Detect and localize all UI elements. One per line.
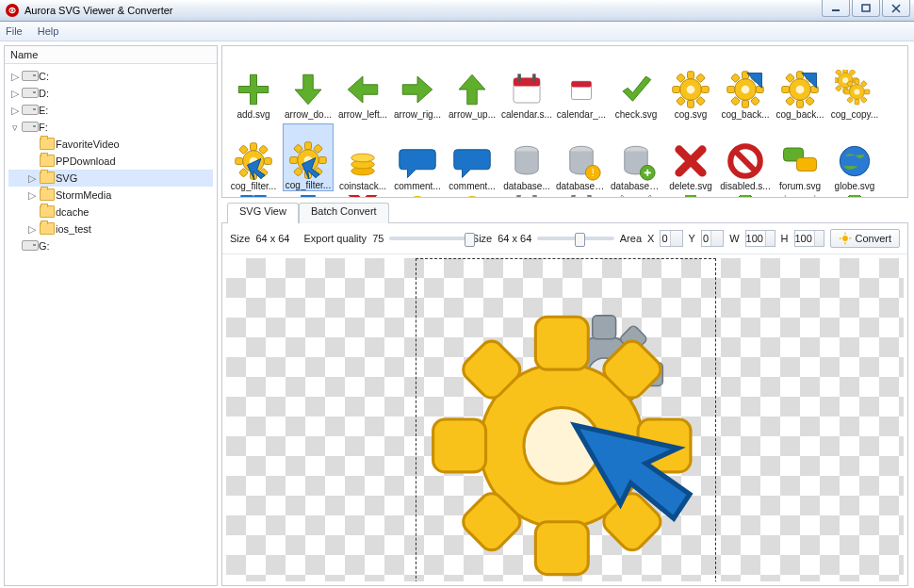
folder-icon (39, 222, 56, 237)
tree-node-favoritevideo[interactable]: FavoriteVideo (8, 136, 213, 153)
tree-expander[interactable]: ▷ (25, 189, 39, 202)
w-input[interactable]: 100 (745, 230, 775, 247)
thumbnail-image[interactable] (775, 195, 825, 198)
database-add-icon (616, 141, 656, 181)
tree-node-c-[interactable]: ▷C: (8, 68, 213, 85)
tree-node-f-[interactable]: ▿F: (8, 119, 213, 136)
thumbnail-label: check.svg (611, 109, 661, 120)
thumbnail-arrow-down-green[interactable]: arrow_do... (283, 52, 334, 120)
thumbnail-calendar-mini[interactable]: calendar_... (556, 52, 607, 120)
thumbnail-people-blue[interactable] (228, 195, 279, 198)
thumbnail-sun-yellow[interactable] (447, 195, 498, 198)
size-slider[interactable] (537, 237, 613, 240)
tree-node-ios_test[interactable]: ▷ios_test (8, 220, 213, 237)
sun-yellow-icon (452, 195, 492, 198)
window-title: Aurora SVG Viewer & Converter (24, 5, 173, 16)
thumbnail-delete-red[interactable]: delete.svg (665, 123, 716, 191)
tree-node-label: SVG (56, 172, 77, 184)
thumbnail-cog-back-blue[interactable]: cog_back... (720, 52, 771, 120)
thumbnail-forum[interactable]: forum.svg (775, 123, 825, 191)
svg-rect-63 (236, 158, 243, 165)
thumbnail-database[interactable]: database... (501, 123, 552, 191)
svg-rect-108 (849, 237, 851, 238)
tab-batch-convert[interactable]: Batch Convert (299, 203, 389, 223)
menu-file[interactable]: File (6, 25, 23, 37)
thumbnail-cog-back-blue2[interactable]: cog_back... (775, 52, 825, 120)
thumbnail-calendar[interactable]: calendar.s... (501, 52, 552, 120)
size2-value: 64 x 64 (498, 233, 531, 244)
thumbnail-label: cog_back... (775, 109, 825, 120)
thumbnail-ban-red[interactable]: disabled.s... (720, 123, 771, 191)
tree-expander[interactable]: ▷ (8, 71, 22, 83)
thumbnail-label: cog_back... (720, 109, 771, 120)
tree-node-svg[interactable]: ▷SVG (8, 170, 213, 187)
thumbnail-comment-blue[interactable]: comment... (392, 123, 443, 191)
h-input[interactable]: 100 (794, 230, 824, 247)
tree-expander[interactable]: ▷ (8, 88, 22, 100)
ban-red-icon (726, 141, 765, 181)
tree-expander[interactable]: ▷ (25, 172, 39, 185)
thumbnail-cog-yellow[interactable]: cog.svg (665, 52, 716, 120)
tab-svg-view[interactable]: SVG View (227, 203, 299, 223)
thumbnail-lock-grey[interactable] (501, 195, 552, 198)
sidebar-column-header[interactable]: Name (5, 46, 217, 64)
svg-rect-21 (743, 72, 749, 79)
tree-node-ppdownload[interactable]: PPDownload (8, 153, 213, 170)
folder-icon (39, 155, 56, 169)
thumbnail-arrow-right-green[interactable]: arrow_rig... (392, 52, 443, 120)
svg-rect-33 (782, 87, 790, 93)
svg-rect-73 (290, 157, 298, 164)
tree-node-g-[interactable]: G: (8, 237, 213, 254)
thumbnail-arrow-up-green[interactable]: arrow_up... (447, 52, 498, 120)
thumbnail-label: arrow_do... (283, 109, 334, 120)
tree-node-label: StormMedia (56, 189, 111, 201)
svg-rect-22 (743, 100, 749, 107)
thumbnail-arrow-left-green[interactable]: arrow_left... (337, 52, 388, 120)
thumbnail-sun-yellow[interactable] (392, 195, 443, 198)
x-input[interactable]: 0 (660, 230, 682, 247)
thumbnail-globe[interactable]: globe.svg (829, 123, 880, 191)
thumbnail-cog-filter2[interactable]: cog_filter... (283, 123, 334, 191)
thumbnail-lock-grey[interactable] (556, 195, 607, 198)
thumbnail-x-red[interactable] (337, 195, 388, 198)
thumbnail-mail[interactable] (611, 195, 661, 198)
thumbnail-database-warn[interactable]: !database_... (556, 123, 607, 191)
thumbnail-label: globe.svg (829, 181, 880, 191)
tree-expander[interactable]: ▷ (25, 223, 39, 236)
thumbnail-database-add[interactable]: database_... (611, 123, 661, 191)
svg-rect-92 (797, 158, 817, 172)
thumbnail-plus-green[interactable]: add.svg (228, 52, 279, 120)
thumbnail-person-blue[interactable] (283, 195, 334, 198)
maximize-button[interactable] (852, 0, 880, 17)
thumbnail-pane[interactable]: add.svgarrow_do...arrow_left...arrow_rig… (221, 45, 908, 198)
h-label: H (781, 233, 789, 244)
thumbnail-coinstack[interactable]: coinstack... (337, 123, 388, 191)
tree-expander[interactable]: ▿ (8, 122, 22, 134)
y-input[interactable]: 0 (701, 230, 724, 247)
thumbnail-arrow-up-green[interactable] (720, 195, 771, 198)
tree-node-e-[interactable]: ▷E: (8, 102, 213, 119)
thumbnail-comment-blue2[interactable]: comment... (447, 123, 498, 191)
thumbnail-cog-filter[interactable]: cog_filter... (228, 123, 279, 191)
convert-button[interactable]: Convert (830, 229, 901, 248)
thumbnail-check-green[interactable]: check.svg (611, 52, 661, 120)
minimize-button[interactable] (822, 0, 850, 17)
thumbnail-arrow-down-green[interactable] (665, 195, 716, 198)
file-tree[interactable]: ▷C:▷D:▷E:▿F:FavoriteVideoPPDownload▷SVG▷… (5, 64, 217, 585)
thumbnail-arrow-up-green[interactable] (829, 195, 880, 198)
tree-node-label: E: (39, 105, 48, 116)
people-blue-icon (234, 195, 273, 198)
thumbnail-cog-copy[interactable]: cog_copy... (829, 52, 880, 120)
tree-node-stormmedia[interactable]: ▷StormMedia (8, 187, 213, 204)
quality-slider[interactable] (389, 237, 465, 240)
tree-node-d-[interactable]: ▷D: (8, 85, 213, 102)
close-button[interactable] (882, 0, 910, 17)
thumbnail-label: delete.svg (665, 181, 716, 191)
preview-canvas[interactable] (226, 258, 904, 581)
menu-help[interactable]: Help (38, 25, 59, 37)
tree-node-dcache[interactable]: dcache (8, 204, 213, 220)
coinstack-icon (343, 141, 383, 181)
cog-yellow-icon (671, 70, 710, 109)
svg-rect-74 (318, 157, 326, 164)
tree-expander[interactable]: ▷ (8, 105, 22, 117)
